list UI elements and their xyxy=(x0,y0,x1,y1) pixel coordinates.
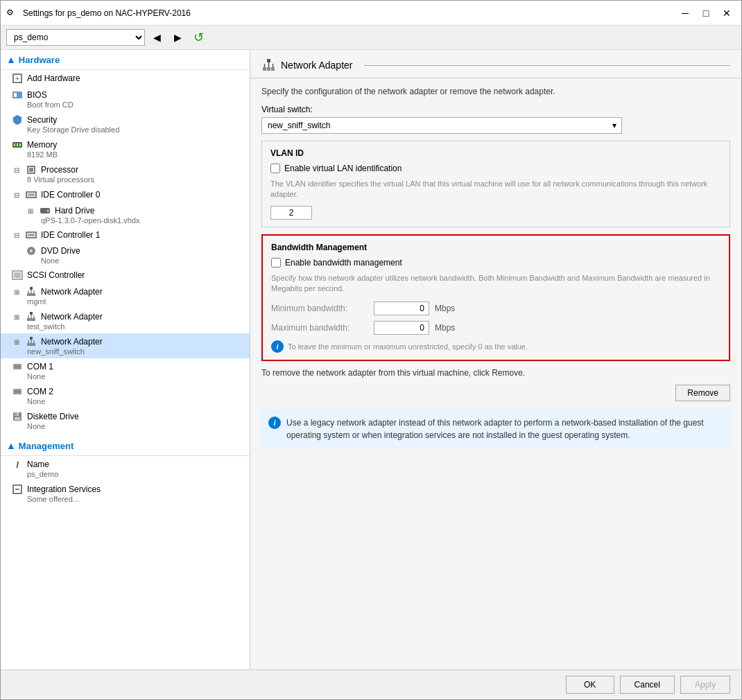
svg-rect-6 xyxy=(17,143,18,146)
nav-forward-button[interactable]: ▶ xyxy=(169,28,187,46)
sidebar-item-dvd-drive[interactable]: DVD Drive None xyxy=(1,243,250,267)
svg-rect-54 xyxy=(267,67,270,71)
hardware-section-header: ▲ Hardware xyxy=(1,50,250,70)
remove-button-row: Remove xyxy=(261,385,730,401)
hard-drive-expand-icon[interactable]: ⊞ xyxy=(26,206,35,216)
processor-icon xyxy=(26,164,37,175)
svg-rect-7 xyxy=(19,143,21,146)
vlan-box: VLAN ID Enable virtual LAN identificatio… xyxy=(261,141,730,227)
maximize-button[interactable]: □ xyxy=(697,6,715,21)
memory-label: Memory xyxy=(27,140,57,150)
svg-rect-21 xyxy=(30,293,33,296)
svg-rect-53 xyxy=(263,67,266,71)
dvd-sub: None xyxy=(26,256,244,265)
diskette-sub: None xyxy=(12,422,244,430)
security-label: Security xyxy=(27,115,57,125)
ide1-label: IDE Controller 1 xyxy=(41,230,100,240)
panel-header-icon xyxy=(261,58,275,72)
vm-selector[interactable]: ps_demo xyxy=(6,29,145,46)
min-bandwidth-label: Minimum bandwidth: xyxy=(271,304,368,313)
sidebar-item-net-adapter-2[interactable]: ⊞ Network Adapter test_switch xyxy=(1,308,250,333)
integration-icon xyxy=(12,484,23,495)
sidebar-item-processor[interactable]: ⊟ Processor 8 Virtual processors xyxy=(1,161,250,186)
vlan-checkbox-row: Enable virtual LAN identification xyxy=(270,164,721,173)
max-bandwidth-input[interactable] xyxy=(374,321,429,335)
ide0-expand-icon[interactable]: ⊟ xyxy=(12,190,21,200)
panel-body: Specify the configuration of the network… xyxy=(250,78,741,670)
svg-rect-3 xyxy=(14,93,17,97)
minimize-button[interactable]: ─ xyxy=(676,6,694,21)
sidebar-item-scsi[interactable]: SCSI Controller xyxy=(1,267,250,283)
integration-label: Integration Services xyxy=(27,484,101,494)
svg-point-17 xyxy=(30,250,33,252)
refresh-button[interactable]: ↺ xyxy=(189,28,207,46)
sidebar-item-com2[interactable]: COM 2 None xyxy=(1,383,250,408)
bandwidth-description: Specify how this network adapter utilize… xyxy=(271,273,721,295)
security-sub: Key Storage Drive disabled xyxy=(12,125,244,134)
min-bandwidth-input[interactable] xyxy=(374,301,429,315)
sidebar-item-net-adapter-1[interactable]: ⊞ Network Adapter mgmt xyxy=(1,283,250,308)
svg-rect-50 xyxy=(15,417,20,420)
svg-rect-35 xyxy=(30,343,33,346)
net1-expand-icon[interactable]: ⊞ xyxy=(12,287,21,297)
sidebar-item-name[interactable]: I Name ps_demo xyxy=(1,456,250,481)
net3-icon xyxy=(26,336,37,347)
svg-point-43 xyxy=(18,366,19,367)
com1-sub: None xyxy=(12,372,244,380)
name-label: Name xyxy=(27,460,49,469)
nav-back-button[interactable]: ◀ xyxy=(148,28,166,46)
min-bandwidth-row: Minimum bandwidth: Mbps xyxy=(271,301,721,315)
processor-label: Processor xyxy=(41,165,78,175)
vlan-checkbox[interactable] xyxy=(270,164,280,173)
panel-header: Network Adapter xyxy=(250,50,741,78)
ok-button[interactable]: OK xyxy=(566,676,614,694)
svg-rect-44 xyxy=(13,389,21,394)
net1-label: Network Adapter xyxy=(41,287,103,297)
svg-rect-15 xyxy=(28,234,35,236)
svg-point-46 xyxy=(18,391,19,392)
vlan-checkbox-label[interactable]: Enable virtual LAN identification xyxy=(284,164,402,173)
processor-sub: 8 Virtual processors xyxy=(12,175,244,184)
bandwidth-title: Bandwidth Management xyxy=(271,243,721,252)
bandwidth-checkbox-row: Enable bandwidth management xyxy=(271,258,721,268)
net2-label: Network Adapter xyxy=(41,312,103,322)
sidebar-scroll[interactable]: ▲ Hardware + Add Hardware xyxy=(1,50,250,670)
sidebar-item-bios[interactable]: BIOS Boot from CD xyxy=(1,87,250,112)
bandwidth-box: Bandwidth Management Enable bandwidth ma… xyxy=(261,234,730,361)
sidebar-item-integration[interactable]: Integration Services Some offered... xyxy=(1,481,250,506)
svg-point-45 xyxy=(15,391,17,392)
bandwidth-checkbox-label[interactable]: Enable bandwidth management xyxy=(285,258,402,268)
virtual-switch-select[interactable]: new_sniff_switch xyxy=(261,117,622,134)
sidebar-item-hard-drive[interactable]: ⊞ Hard Drive qPS-1.3.0-7-open-disk1.vhdx xyxy=(1,203,250,227)
window-title: Settings for ps_demo on NAC-HYPERV-2016 xyxy=(23,8,671,18)
right-panel: Network Adapter Specify the configuratio… xyxy=(250,50,741,670)
net1-sub: mgmt xyxy=(12,297,244,306)
cancel-button[interactable]: Cancel xyxy=(620,676,675,694)
name-icon: I xyxy=(12,459,23,470)
remove-description: To remove the network adapter from this … xyxy=(261,368,730,378)
apply-button[interactable]: Apply xyxy=(680,676,730,694)
sidebar-item-security[interactable]: Security Key Storage Drive disabled xyxy=(1,112,250,137)
sidebar-item-net-adapter-3[interactable]: ⊞ Network Adapter new_sniff_switch xyxy=(1,333,250,358)
com1-label: COM 1 xyxy=(27,362,53,371)
sidebar-item-com1[interactable]: COM 1 None xyxy=(1,358,250,383)
net3-expand-icon[interactable]: ⊞ xyxy=(12,337,21,347)
sidebar-item-diskette[interactable]: Diskette Drive None xyxy=(1,408,250,433)
ide1-expand-icon[interactable]: ⊟ xyxy=(12,230,21,240)
sidebar-item-add-hardware[interactable]: + Add Hardware xyxy=(1,70,250,87)
legacy-info-box: i Use a legacy network adapter instead o… xyxy=(261,410,730,448)
vlan-id-input[interactable] xyxy=(270,206,312,220)
processor-expand-icon[interactable]: ⊟ xyxy=(12,165,21,175)
hard-drive-label: Hard Drive xyxy=(55,206,94,216)
close-button[interactable]: ✕ xyxy=(718,6,736,21)
remove-button[interactable]: Remove xyxy=(675,385,730,401)
net2-expand-icon[interactable]: ⊞ xyxy=(12,312,21,322)
svg-rect-34 xyxy=(27,343,30,346)
svg-point-42 xyxy=(15,366,17,367)
main-content: ▲ Hardware + Add Hardware xyxy=(1,50,741,670)
bandwidth-checkbox[interactable] xyxy=(271,258,281,268)
sidebar-item-ide1[interactable]: ⊟ IDE Controller 1 xyxy=(1,227,250,243)
sidebar-item-ide0[interactable]: ⊟ IDE Controller 0 xyxy=(1,186,250,203)
toolbar: ps_demo ◀ ▶ ↺ xyxy=(1,26,741,50)
sidebar-item-memory[interactable]: Memory 8192 MB xyxy=(1,137,250,161)
